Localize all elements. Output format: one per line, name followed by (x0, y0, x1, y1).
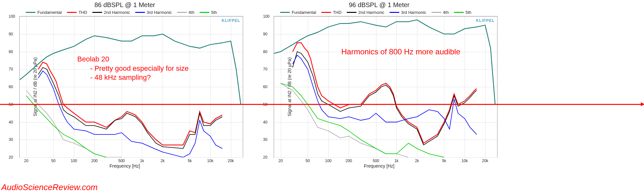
y-tick: 40 (9, 120, 13, 124)
legend-item-4th: 4th (431, 10, 449, 15)
y-tick: 40 (263, 120, 267, 124)
y-tick: 30 (9, 137, 13, 142)
y-tick: 20 (9, 155, 13, 160)
x-tick: 2k (161, 159, 165, 163)
y-tick: 90 (263, 32, 267, 36)
y-tick: 80 (263, 50, 267, 54)
x-tick: 5k (442, 159, 446, 163)
y-tick: 80 (9, 50, 13, 54)
trace-3rd-harmonic (293, 55, 477, 134)
chart-panel-86db: 86 dBSPL @ 1 Meter Fundamental THD 2nd H… (0, 0, 250, 183)
legend-item-2nd: 2nd Harmonic (92, 10, 130, 15)
reference-line-50db (0, 104, 644, 105)
legend: Fundamental THD 2nd Harmonic 3rd Harmoni… (0, 9, 250, 16)
x-tick: 100 (71, 159, 77, 163)
x-tick: 20 (24, 159, 28, 163)
y-tick: 20 (263, 155, 267, 160)
x-tick: 2k (415, 159, 419, 163)
trace-5th (281, 83, 444, 157)
legend-item-5th: 5th (200, 10, 217, 15)
x-tick: 100 (325, 159, 331, 163)
chart-title: 96 dBSPL @ 1 Meter (254, 1, 504, 9)
x-tick: 50 (306, 159, 310, 163)
legend-item-4th: 4th (177, 10, 194, 15)
y-tick: 100 (263, 14, 270, 19)
x-tick: 5k (188, 159, 192, 163)
y-tick: 60 (9, 85, 13, 89)
x-axis-label: Frequency [Hz] (0, 163, 250, 169)
trace-4th (26, 90, 122, 157)
x-axis-label: Frequency [Hz] (254, 163, 504, 169)
x-tick: 200 (346, 159, 352, 163)
x-tick: 500 (118, 159, 125, 163)
x-tick: 10k (207, 159, 213, 163)
legend-item-fundamental: Fundamental (26, 10, 62, 15)
legend-item-fundamental: Fundamental (280, 10, 316, 15)
trace-fundamental (20, 34, 241, 105)
legend-item-3rd: 3rd Harmonic (390, 10, 426, 15)
x-tick: 200 (91, 159, 98, 163)
trace-2nd-harmonic (293, 52, 477, 145)
chart-title: 86 dBSPL @ 1 Meter (0, 1, 250, 9)
plot-area-left: Signal at IN2 / dB (re 20 µPa) KLIPPEL 2… (19, 16, 243, 158)
x-tick: 20k (482, 159, 488, 163)
x-tick: 20k (228, 159, 234, 163)
legend: Fundamental THD 2nd Harmonic 3rd Harmoni… (254, 9, 504, 16)
legend-item-2nd: 2nd Harmonic (347, 10, 384, 15)
x-tick: 1k (140, 159, 144, 163)
x-tick: 500 (373, 159, 379, 163)
trace-fundamental (274, 20, 495, 105)
y-tick: 70 (9, 67, 13, 71)
legend-item-thd: THD (321, 10, 342, 15)
x-tick: 50 (51, 159, 55, 163)
y-tick: 70 (263, 67, 267, 71)
legend-item-5th: 5th (454, 10, 471, 15)
y-tick: 90 (9, 32, 13, 36)
y-tick: 30 (263, 137, 267, 142)
source-watermark: AudioScienceReview.com (1, 182, 98, 192)
x-tick: 10k (461, 159, 468, 163)
y-tick: 60 (263, 85, 267, 89)
legend-item-thd: THD (67, 10, 87, 15)
trace-2nd-harmonic (38, 68, 223, 149)
x-tick: 1k (394, 159, 399, 163)
y-tick: 100 (9, 14, 15, 19)
legend-item-3rd: 3rd Harmonic (135, 10, 172, 15)
x-tick: 20 (279, 159, 283, 163)
chart-panel-96db: 96 dBSPL @ 1 Meter Fundamental THD 2nd H… (254, 0, 504, 183)
trace-3rd-harmonic (38, 71, 223, 157)
plot-area-right: Signal at IN2 / dB (re 20 µPa) KLIPPEL 2… (274, 16, 497, 158)
